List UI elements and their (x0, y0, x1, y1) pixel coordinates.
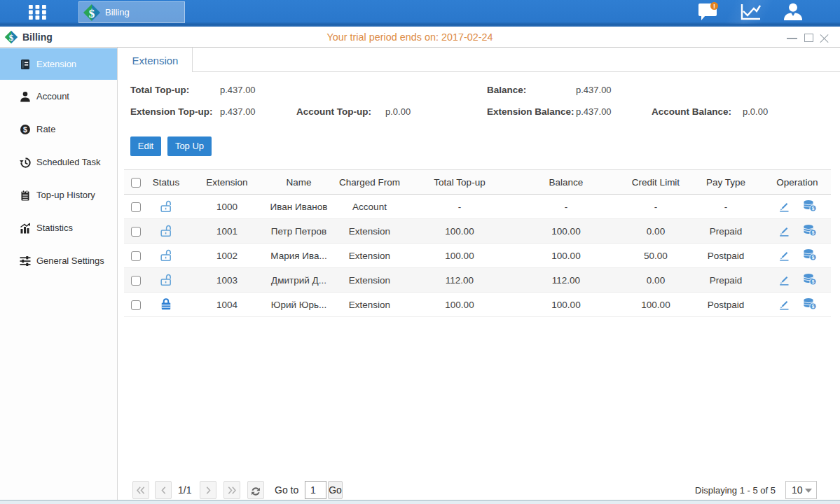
svg-text:$: $ (812, 206, 815, 211)
svg-text:$: $ (89, 6, 95, 20)
svg-text:$: $ (23, 125, 27, 134)
svg-text:$: $ (812, 255, 815, 260)
svg-text:$: $ (812, 230, 815, 236)
svg-text:!: ! (713, 3, 715, 10)
svg-text:$: $ (812, 279, 815, 285)
svg-text:$: $ (812, 304, 815, 309)
